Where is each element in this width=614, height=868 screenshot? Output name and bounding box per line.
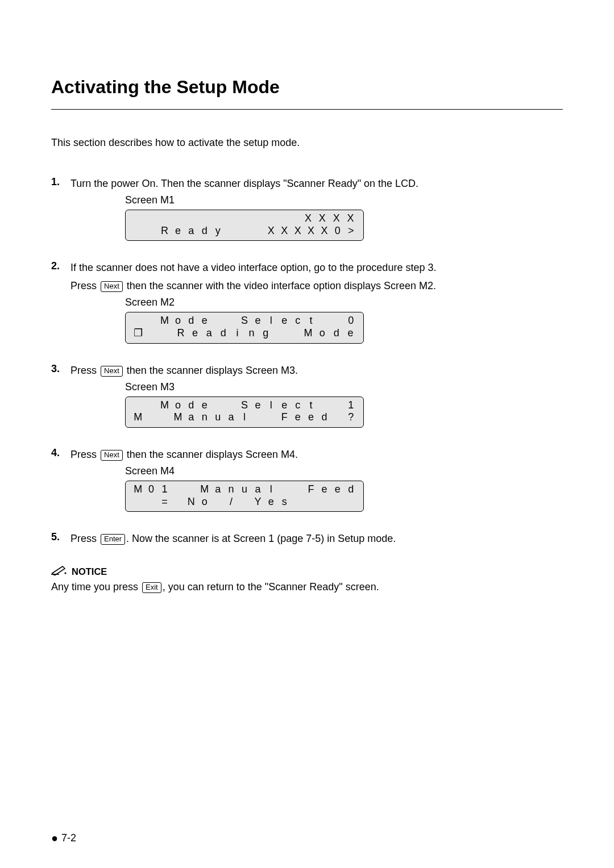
lcd-cell: e [318, 483, 331, 496]
lcd-row: Ready XXXXX0> [131, 225, 358, 237]
lcd-cell: F [304, 483, 317, 496]
lcd-cell: X [291, 225, 304, 237]
lcd-row: M01 Manual Feed [131, 483, 358, 496]
lcd-cell [131, 315, 144, 327]
lcd-cell: e [251, 399, 264, 412]
lcd-cell: e [188, 327, 202, 340]
lcd-cell: d [216, 327, 230, 340]
lcd-cell: 0 [144, 483, 157, 496]
lcd-cell [144, 399, 157, 412]
lcd-cell: N [185, 496, 198, 508]
lcd-cell: c [291, 315, 304, 327]
svg-point-1 [64, 573, 66, 574]
lcd-cell: g [259, 327, 273, 340]
lcd-cell [144, 411, 157, 424]
lcd-cell [146, 212, 160, 225]
next-key-icon: Next [101, 450, 123, 461]
lcd-cell: X [343, 212, 358, 225]
step-number: 5. [51, 531, 70, 549]
lcd-cell: X [304, 225, 317, 237]
lcd-row: Mode Select 1 [131, 399, 358, 412]
lcd-cell [174, 212, 188, 225]
lcd-cell [225, 399, 238, 412]
lcd-cell: e [264, 496, 277, 508]
lcd-cell [331, 411, 344, 424]
lcd-cell [318, 399, 331, 412]
lcd-cell: ❐ [131, 327, 146, 340]
lcd-cell: S [238, 315, 251, 327]
lcd-cell: s [278, 496, 291, 508]
lcd-screen-m4: M01 Manual Feed = No / Yes [125, 481, 364, 512]
bullet-icon: ● [51, 832, 58, 845]
lcd-cell: d [345, 483, 358, 496]
step-text: Press Next then the scanner displays Scr… [70, 363, 563, 378]
lcd-cell [264, 411, 277, 424]
lcd-cell: n [198, 411, 211, 424]
lcd-cell [131, 212, 146, 225]
lcd-cell: i [230, 327, 244, 340]
page-number: 7-2 [61, 832, 76, 844]
lcd-cell: e [304, 411, 317, 424]
screen-label: Screen M3 [125, 381, 563, 393]
lcd-screen-m1: XXXX Ready XXXXX0> [125, 210, 364, 241]
text-frag: then the scanner displays Screen M4. [124, 449, 298, 460]
next-key-icon: Next [101, 281, 123, 292]
enter-key-icon: Enter [101, 534, 125, 545]
lcd-cell: e [198, 315, 211, 327]
lcd-cell [188, 212, 202, 225]
lcd-cell: a [202, 327, 216, 340]
lcd-cell [211, 496, 224, 508]
lcd-cell [318, 315, 331, 327]
lcd-cell: ? [345, 411, 358, 424]
lcd-cell: l [264, 483, 277, 496]
lcd-row: XXXX [131, 212, 358, 225]
lcd-cell: d [185, 399, 198, 412]
lcd-cell: u [211, 411, 224, 424]
text-frag: . Now the scanner is at Screen 1 (page 7… [126, 533, 396, 544]
step-number: 3. [51, 363, 70, 431]
intro-text: This section describes how to activate t… [51, 137, 563, 149]
lcd-cell: u [238, 483, 251, 496]
lcd-cell: o [315, 327, 329, 340]
lcd-cell [131, 399, 144, 412]
lcd-cell [287, 327, 301, 340]
lcd-row: ❐ Reading Mode [131, 327, 358, 340]
lcd-cell: l [238, 411, 251, 424]
step-2: 2. If the scanner does not have a video … [51, 260, 563, 347]
lcd-cell [259, 212, 273, 225]
lcd-cell: a [185, 225, 198, 237]
lcd-cell: X [278, 225, 291, 237]
lcd-row: Mode Select 0 [131, 315, 358, 327]
lcd-cell [225, 315, 238, 327]
lcd-cell: l [264, 315, 277, 327]
lcd-cell: e [278, 399, 291, 412]
page-title: Activating the Setup Mode [51, 77, 563, 98]
lcd-cell [171, 483, 184, 496]
lcd-cell [160, 212, 174, 225]
lcd-cell [211, 315, 224, 327]
lcd-cell: d [318, 411, 331, 424]
lcd-cell [244, 212, 259, 225]
text-frag: Press [70, 533, 99, 544]
lcd-cell: o [198, 496, 211, 508]
text-frag: Press [70, 449, 99, 460]
lcd-cell: a [225, 411, 238, 424]
lcd-cell [158, 411, 171, 424]
notice-heading: NOTICE [51, 565, 563, 578]
screen-label: Screen M2 [125, 297, 563, 308]
lcd-cell: e [343, 327, 358, 340]
step-text: Turn the power On. Then the scanner disp… [70, 176, 563, 191]
lcd-cell: S [238, 399, 251, 412]
lcd-cell [202, 212, 216, 225]
lcd-cell: X [301, 212, 316, 225]
text-frag: , you can return to the "Scanner Ready" … [163, 581, 379, 592]
lcd-cell [171, 496, 184, 508]
lcd-cell: 1 [345, 399, 358, 412]
lcd-cell: R [174, 327, 188, 340]
lcd-cell [278, 483, 291, 496]
lcd-cell: M [158, 315, 171, 327]
lcd-cell: e [251, 315, 264, 327]
lcd-cell [225, 225, 238, 237]
lcd-cell: a [211, 483, 224, 496]
lcd-row: M Manual Feed ? [131, 411, 358, 424]
